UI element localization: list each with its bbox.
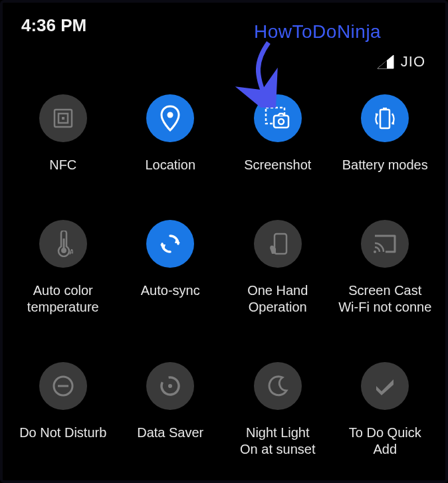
tile-label: Location xyxy=(145,157,195,173)
tile-auto-color-temp[interactable]: A Auto color temperature xyxy=(9,220,117,316)
screenshot-icon xyxy=(254,94,302,142)
tile-data-saver[interactable]: Data Saver xyxy=(117,362,225,458)
svg-marker-21 xyxy=(376,379,393,395)
svg-rect-7 xyxy=(380,110,390,128)
svg-rect-2 xyxy=(62,117,64,120)
svg-point-3 xyxy=(168,112,173,118)
sync-icon xyxy=(146,220,194,268)
watermark-text: HowToDoNinja xyxy=(254,21,381,43)
battery-icon xyxy=(361,94,409,142)
check-icon xyxy=(361,362,409,410)
carrier-label: JIO xyxy=(401,53,425,70)
quick-settings-grid: NFC Location Screenshot xyxy=(3,74,445,458)
clock: 4:36 PM xyxy=(21,15,86,36)
tile-label: Auto color temperature xyxy=(27,282,99,316)
tile-dnd[interactable]: Do Not Disturb xyxy=(9,362,117,458)
svg-point-20 xyxy=(168,384,172,388)
tile-screen-cast[interactable]: Screen Cast Wi-Fi not conne xyxy=(332,220,439,316)
svg-text:A: A xyxy=(69,248,73,256)
tile-one-hand[interactable]: One Hand Operation xyxy=(224,220,332,316)
nfc-icon xyxy=(39,94,87,142)
tile-label: Battery modes xyxy=(342,157,428,173)
tile-auto-sync[interactable]: Auto-sync xyxy=(117,220,225,316)
location-icon xyxy=(146,94,194,142)
tile-label: To Do Quick Add xyxy=(349,425,421,458)
tile-location[interactable]: Location xyxy=(117,94,225,173)
tile-label: One Hand Operation xyxy=(247,282,308,316)
tile-label: Screenshot xyxy=(244,157,311,173)
thermometer-icon: A xyxy=(39,220,87,268)
tile-label: NFC xyxy=(49,157,76,173)
svg-point-11 xyxy=(61,248,66,253)
tile-screenshot[interactable]: Screenshot xyxy=(224,94,332,173)
tile-label: Auto-sync xyxy=(141,282,200,299)
tile-label: Screen Cast Wi-Fi not conne xyxy=(338,282,431,316)
svg-rect-16 xyxy=(275,234,286,254)
moon-icon xyxy=(254,362,302,410)
tile-battery-modes[interactable]: Battery modes xyxy=(332,94,439,173)
one-hand-icon xyxy=(254,220,302,268)
signal-row: JIO xyxy=(3,43,445,74)
tile-nfc[interactable]: NFC xyxy=(9,94,117,173)
tile-todo-quick-add[interactable]: To Do Quick Add xyxy=(332,362,439,458)
tile-label: Do Not Disturb xyxy=(19,425,106,441)
svg-rect-5 xyxy=(274,116,288,128)
svg-rect-8 xyxy=(383,108,387,110)
signal-icon xyxy=(377,54,394,69)
tile-night-light[interactable]: Night Light On at sunset xyxy=(224,362,332,458)
tile-label: Data Saver xyxy=(137,425,203,441)
dnd-icon xyxy=(39,362,87,410)
cast-icon xyxy=(361,220,409,268)
tile-label: Night Light On at sunset xyxy=(240,425,315,458)
data-saver-icon xyxy=(146,362,194,410)
